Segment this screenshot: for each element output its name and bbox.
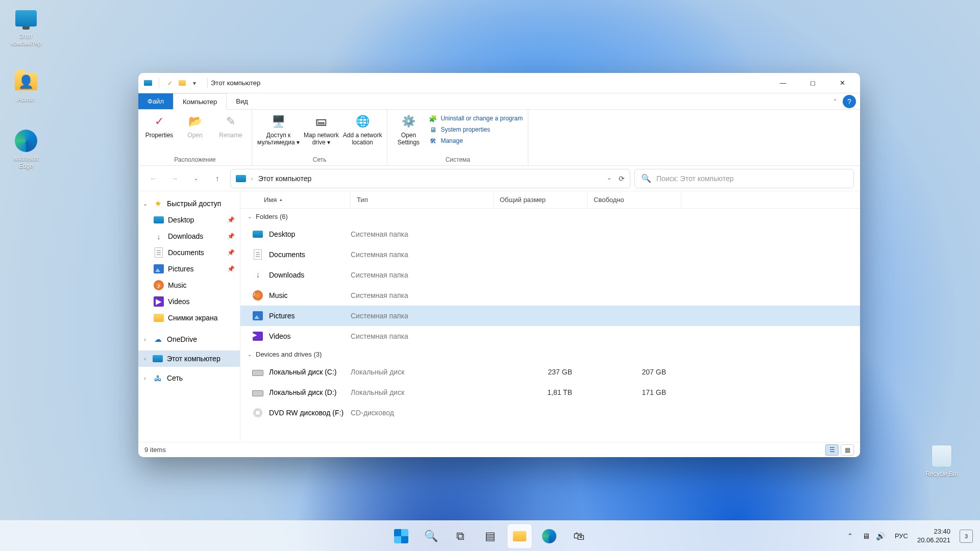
view-large-icons-button[interactable]: ▦ [841, 444, 854, 456]
taskbar[interactable]: 🔍 ⧉ ▤ 🛍 ⌃ 🖥 🔊 РУС 23:40 20.06.2021 3 [0, 520, 980, 551]
sidebar-screenshots[interactable]: Снимки экрана [138, 310, 240, 326]
taskbar-store[interactable]: 🛍 [567, 524, 591, 548]
desktop-icon-recycle-bin[interactable]: Recycle Bin [919, 444, 965, 478]
sidebar-onedrive[interactable]: ›☁OneDrive [138, 331, 240, 347]
drive-row[interactable]: Локальный диск (D:)Локальный диск1,81 TB… [240, 382, 860, 403]
desktop-icon-label: Recycle Bin [919, 470, 965, 478]
help-icon[interactable]: ? [843, 95, 856, 108]
tray-monitor-icon[interactable]: 🖥 [862, 532, 870, 540]
network-icon: 🖧 [153, 373, 163, 383]
sidebar-quick-access[interactable]: ⌄★Быстрый доступ [138, 195, 240, 212]
ribbon-map-drive[interactable]: 🖴Map network drive ▾ [304, 112, 339, 146]
ribbon-open-settings[interactable]: ⚙️Open Settings [393, 112, 424, 146]
sidebar-downloads[interactable]: ↓Downloads📌 [138, 228, 240, 244]
close-button[interactable]: ✕ [827, 73, 857, 93]
sidebar-network[interactable]: ›🖧Сеть [138, 370, 240, 386]
titlebar[interactable]: ✓ ▾ Этот компьютер — ◻ ✕ [138, 73, 860, 93]
group-header[interactable]: ⌄Folders (6) [240, 209, 860, 224]
sidebar-desktop[interactable]: Desktop📌 [138, 212, 240, 228]
group-header[interactable]: ⌄Devices and drives (3) [240, 346, 860, 362]
ribbon-collapse-icon[interactable]: ⌃ [832, 98, 838, 105]
status-item-count: 9 items [144, 446, 166, 454]
folder-row[interactable]: DocumentsСистемная папка [240, 244, 860, 265]
ribbon-uninstall[interactable]: 🧩Uninstall or change a program [428, 114, 523, 123]
tab-computer[interactable]: Компьютер [173, 93, 227, 110]
ribbon-open[interactable]: 📂Open [179, 112, 211, 139]
pin-icon: 📌 [227, 233, 235, 240]
nav-history-dropdown[interactable]: ⌄ [187, 170, 205, 187]
folder-row[interactable]: ↓DownloadsСистемная папка [240, 265, 860, 285]
maximize-button[interactable]: ◻ [798, 73, 827, 93]
taskbar-edge[interactable] [537, 524, 561, 548]
search-box[interactable]: 🔍 [634, 169, 854, 188]
music-icon: ♪ [154, 280, 164, 290]
desktop-icon-label: Этот компьютер [3, 33, 49, 47]
column-type[interactable]: Тип [351, 191, 494, 208]
nav-back[interactable]: ← [144, 170, 162, 187]
desktop-icon-this-pc[interactable]: Этот компьютер [3, 6, 49, 47]
folder-row[interactable]: PicturesСистемная папка [240, 306, 860, 326]
ribbon-manage[interactable]: 🛠Manage [428, 136, 523, 145]
system-menu-icon[interactable] [143, 79, 153, 88]
desktop-icon-edge[interactable]: Microsoft Edge [3, 129, 49, 169]
qat-properties-icon[interactable]: ✓ [165, 79, 175, 88]
item-list[interactable]: ⌄Folders (6)DesktopСистемная папкаDocume… [240, 209, 860, 442]
tray-language[interactable]: РУС [895, 532, 908, 540]
ribbon-media-access[interactable]: 🖥️Доступ к мультимедиа ▾ [257, 112, 300, 146]
refresh-icon[interactable]: ⟳ [619, 174, 625, 183]
address-bar[interactable]: › Этот компьютер ⌄ ⟳ [230, 169, 630, 188]
qat-customize-icon[interactable]: ▾ [190, 79, 199, 88]
tray-overflow-icon[interactable]: ⌃ [847, 532, 853, 540]
ribbon-properties[interactable]: ✓Properties [143, 112, 175, 139]
qat-newfolder-icon[interactable] [178, 79, 187, 88]
pictures-icon [154, 264, 164, 273]
ribbon-system-properties[interactable]: 🖥System properties [428, 125, 523, 134]
recycle-bin-icon [932, 445, 952, 467]
view-details-button[interactable]: ☰ [825, 444, 839, 456]
desktop-icon-admin[interactable]: 👤 Admin [3, 69, 49, 103]
sidebar-videos[interactable]: ▶Videos [138, 293, 240, 310]
videos-icon: ▶ [154, 296, 164, 307]
column-free-space[interactable]: Свободно [587, 191, 681, 208]
folder-row[interactable]: ▶VideosСистемная папка [240, 326, 860, 346]
download-icon: ↓ [154, 231, 164, 241]
navigation-pane[interactable]: ⌄★Быстрый доступ Desktop📌 ↓Downloads📌 Do… [138, 191, 240, 442]
taskbar-widgets[interactable]: ▤ [478, 524, 502, 548]
media-icon: 🖥️ [270, 113, 287, 130]
start-button[interactable] [389, 524, 413, 548]
drive-row[interactable]: DVD RW дисковод (F:)CD-дисковод [240, 403, 860, 423]
ribbon-add-network[interactable]: 🌐Add a network location [343, 112, 382, 146]
uninstall-icon: 🧩 [428, 114, 437, 123]
nav-up[interactable]: ↑ [209, 170, 226, 187]
column-name[interactable]: Имя [240, 191, 351, 208]
sidebar-pictures[interactable]: Pictures📌 [138, 261, 240, 277]
desktop-icon [154, 216, 164, 223]
monitor-icon [15, 10, 37, 27]
nav-forward[interactable]: → [166, 170, 183, 187]
search-input[interactable] [656, 174, 847, 183]
breadcrumb[interactable]: Этот компьютер [258, 174, 312, 183]
cloud-icon: ☁ [153, 334, 163, 344]
rename-icon: ✎ [222, 113, 239, 130]
taskbar-search[interactable]: 🔍 [419, 524, 443, 548]
column-total-size[interactable]: Общий размер [494, 191, 587, 208]
tray-volume-icon[interactable]: 🔊 [876, 532, 886, 541]
network-drive-icon: 🖴 [312, 113, 330, 130]
sidebar-this-pc[interactable]: ›Этот компьютер [138, 350, 240, 367]
taskbar-task-view[interactable]: ⧉ [448, 524, 473, 548]
taskbar-explorer[interactable] [507, 524, 532, 548]
drive-row[interactable]: Локальный диск (C:)Локальный диск237 GB2… [240, 362, 860, 382]
folder-row[interactable]: ♪MusicСистемная папка [240, 285, 860, 306]
sidebar-music[interactable]: ♪Music [138, 277, 240, 293]
minimize-button[interactable]: — [768, 73, 798, 93]
sidebar-documents[interactable]: Documents📌 [138, 244, 240, 261]
tab-view[interactable]: Вид [227, 93, 257, 109]
add-network-icon: 🌐 [354, 113, 371, 130]
tray-clock[interactable]: 23:40 20.06.2021 [917, 528, 950, 544]
address-dropdown-icon[interactable]: ⌄ [607, 174, 611, 183]
ribbon-rename[interactable]: ✎Rename [215, 112, 247, 139]
folder-row[interactable]: DesktopСистемная папка [240, 224, 860, 244]
file-explorer-window: ✓ ▾ Этот компьютер — ◻ ✕ Файл Компьютер … [138, 73, 860, 457]
tab-file[interactable]: Файл [138, 93, 173, 109]
tray-notifications[interactable]: 3 [960, 530, 973, 543]
